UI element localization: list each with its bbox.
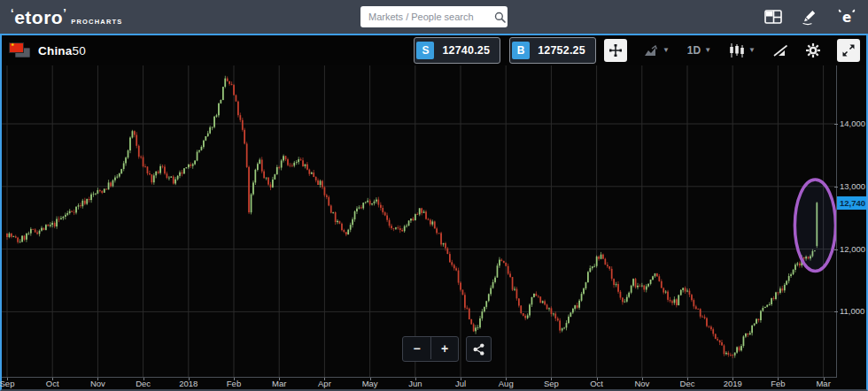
etoro-logo[interactable]: ‘etoro’ PROCHARTS	[11, 8, 123, 27]
layout-grid-icon[interactable]	[764, 10, 782, 24]
time-tick-label: Oct	[590, 379, 603, 388]
expand-icon	[842, 44, 855, 57]
time-tick-label: Feb	[227, 379, 241, 388]
chevron-down-icon: ▼	[748, 47, 756, 54]
time-tick-label: 2019	[724, 379, 742, 388]
search-box	[360, 6, 508, 27]
price-tick-label: 13,000	[840, 181, 865, 191]
chevron-down-icon: ▼	[704, 47, 711, 54]
buy-button[interactable]: B 12752.25	[509, 37, 596, 64]
price-tick-label: 14,000	[840, 119, 865, 128]
search-icon[interactable]	[494, 12, 506, 23]
share-button[interactable]	[466, 336, 492, 362]
toolbar-right-group: S 12740.25 B 12752.25 ▼ 1D ▼	[414, 37, 862, 64]
logo-text: etoro	[14, 8, 63, 27]
timeframe-label: 1D	[687, 44, 701, 57]
expand-button[interactable]	[837, 39, 860, 62]
time-tick-label: Mar	[272, 379, 286, 388]
indicators-icon	[773, 44, 788, 57]
time-tick-label: Sep	[544, 379, 559, 388]
chart-type-dropdown[interactable]: ▼	[635, 39, 678, 62]
chart-panel: China50 S 12740.25 B 12752.25 ▼	[0, 34, 868, 391]
time-tick-label: Mar	[816, 379, 830, 388]
time-tick-label: Apr	[318, 379, 331, 388]
etoro-badge-icon[interactable]: e	[836, 8, 857, 26]
zoom-pill: − +	[402, 336, 459, 362]
chevron-down-icon: ▼	[663, 47, 670, 54]
gear-icon	[806, 43, 820, 58]
time-tick-label: Jun	[408, 379, 422, 388]
instrument-header[interactable]: China50	[10, 43, 86, 58]
price-tick-label: 12,000	[840, 244, 865, 254]
procharts-label: PROCHARTS	[71, 19, 122, 26]
candlestick-icon	[729, 43, 745, 58]
time-tick-label: Oct	[46, 379, 59, 388]
time-tick-label: Dec	[680, 379, 695, 388]
timeframe-dropdown[interactable]: 1D ▼	[678, 39, 720, 62]
logo-left-horn-icon: ‘	[11, 7, 14, 19]
candle-style-dropdown[interactable]: ▼	[720, 39, 764, 62]
time-axis[interactable]: SepOctNovDec2018FebMarAprMayJunJulAugSep…	[2, 377, 837, 389]
sell-badge: S	[416, 42, 434, 59]
candles-series	[6, 76, 818, 358]
time-tick-label: Aug	[499, 379, 514, 388]
sell-price: 12740.25	[434, 44, 498, 57]
zoom-controls: − +	[402, 336, 492, 362]
zoom-in-button[interactable]: +	[430, 337, 458, 359]
time-tick-label: Nov	[634, 379, 649, 388]
top-navbar: ‘etoro’ PROCHARTS e	[0, 0, 868, 34]
share-icon	[473, 343, 484, 356]
time-tick-label: Sep	[0, 379, 14, 388]
search-input[interactable]	[360, 6, 494, 27]
time-tick-label: Nov	[90, 379, 105, 388]
buy-price: 12752.25	[530, 44, 593, 57]
highlight-ellipse-annotation[interactable]	[794, 180, 835, 271]
instrument-name: China50	[38, 44, 86, 58]
procharts-app: ‘etoro’ PROCHARTS e	[0, 0, 868, 391]
svg-text:e: e	[842, 10, 851, 26]
time-tick-label: Dec	[136, 379, 151, 388]
time-tick-label: Feb	[771, 379, 785, 388]
area-chart-icon	[644, 45, 659, 57]
time-tick-label: Jul	[455, 379, 466, 388]
zoom-out-button[interactable]: −	[403, 337, 430, 359]
price-axis[interactable]: 14,00013,00012,00011,00012,740	[836, 65, 866, 378]
indicators-button[interactable]	[764, 39, 797, 62]
settings-button[interactable]	[797, 39, 829, 62]
price-tick-label: 11,000	[840, 306, 864, 316]
crosshair-button[interactable]	[604, 39, 627, 62]
logo-right-horn-icon: ’	[63, 7, 66, 19]
chart-toolbar: China50 S 12740.25 B 12752.25 ▼	[2, 35, 866, 65]
chart-plot[interactable]	[2, 65, 837, 378]
pencil-icon[interactable]	[801, 9, 818, 26]
navbar-right-icons: e	[764, 0, 857, 34]
time-tick-label: 2018	[179, 379, 198, 388]
sell-button[interactable]: S 12740.25	[414, 37, 500, 64]
china-flag-icon	[10, 43, 30, 58]
buy-badge: B	[512, 42, 530, 59]
current-price-tag: 12,740	[837, 196, 866, 210]
time-tick-label: May	[362, 379, 378, 388]
